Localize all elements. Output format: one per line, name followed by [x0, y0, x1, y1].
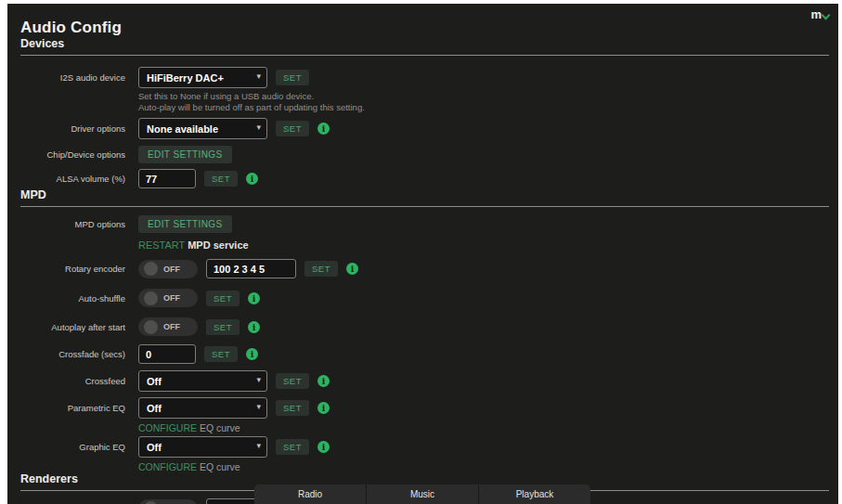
row-alsa-volume: ALSA volume (%) SET i	[20, 169, 829, 188]
autoplay-label: Autoplay after start	[20, 322, 138, 332]
crossfeed-set-button[interactable]: SET	[276, 373, 309, 389]
rotary-set-button[interactable]: SET	[304, 261, 338, 277]
rotary-encoder-input[interactable]	[206, 259, 296, 278]
toggle-state-label: OFF	[163, 293, 180, 303]
crossfeed-label: Crossfeed	[20, 376, 138, 386]
row-autoplay-after-start: Autoplay after start OFF SET i	[20, 317, 829, 336]
autoplay-set-button[interactable]: SET	[206, 319, 240, 335]
row-auto-shuffle: Auto-shuffle OFF SET i	[20, 289, 829, 307]
parametric-eq-label: Parametric EQ	[20, 403, 138, 413]
graphic-eq-label: Graphic EQ	[20, 442, 138, 452]
toggle-knob	[144, 320, 158, 334]
row-driver-options: Driver options None available SET i	[20, 118, 829, 139]
page-title: Audio Config	[20, 19, 829, 37]
parametric-eq-configure-line: CONFIGURE EQ curve	[138, 422, 829, 433]
footer-tab-bar: Radio Music Playback	[254, 485, 590, 504]
crossfeed-info-icon[interactable]: i	[317, 375, 330, 387]
autoplay-info-icon[interactable]: i	[248, 321, 260, 333]
alsa-info-icon[interactable]: i	[246, 173, 258, 185]
chevron-down-icon	[823, 12, 829, 19]
row-crossfade: Crossfade (secs) SET i	[20, 344, 829, 364]
i2s-audio-device-label: I2S audio device	[20, 72, 138, 83]
tab-playback[interactable]: Playback	[478, 485, 590, 504]
graphic-eq-info-icon[interactable]: i	[317, 441, 330, 453]
auto-shuffle-info-icon[interactable]: i	[248, 292, 260, 304]
i2s-set-button[interactable]: SET	[276, 70, 309, 85]
autoplay-toggle[interactable]: OFF	[138, 317, 198, 336]
driver-options-select[interactable]: None available	[138, 118, 267, 139]
tab-music[interactable]: Music	[366, 485, 478, 504]
mpd-edit-settings-button[interactable]: EDIT SETTINGS	[138, 215, 232, 233]
i2s-help-line-2: Auto-play will be turned off as part of …	[138, 102, 829, 113]
restart-mpd-text: MPD service	[188, 239, 248, 251]
restart-mpd-line: RESTART MPD service	[138, 239, 829, 251]
crossfade-label: Crossfade (secs)	[20, 349, 138, 359]
parametric-eq-info-icon[interactable]: i	[317, 402, 330, 414]
chip-device-options-label: Chip/Device options	[20, 149, 138, 160]
toggle-state-label: OFF	[163, 322, 180, 331]
rotary-encoder-toggle[interactable]: OFF	[138, 260, 198, 278]
graphic-eq-configure-line: CONFIGURE EQ curve	[138, 461, 829, 472]
crossfade-set-button[interactable]: SET	[204, 346, 238, 362]
rotary-encoder-label: Rotary encoder	[20, 264, 138, 274]
parametric-eq-set-button[interactable]: SET	[276, 400, 309, 416]
row-i2s-audio-device: I2S audio device HiFiBerry DAC+ SET	[20, 67, 829, 88]
driver-options-label: Driver options	[20, 123, 138, 134]
driver-set-button[interactable]: SET	[276, 121, 309, 136]
row-parametric-eq: Parametric EQ Off SET i	[20, 397, 829, 419]
rotary-info-icon[interactable]: i	[346, 263, 358, 275]
auto-shuffle-label: Auto-shuffle	[20, 293, 138, 304]
row-rotary-encoder: Rotary encoder OFF SET i	[20, 259, 829, 278]
crossfade-input[interactable]	[138, 344, 196, 364]
toggle-knob	[144, 262, 158, 276]
toggle-state-label: OFF	[163, 265, 180, 274]
parametric-eq-configure-text: EQ curve	[200, 422, 240, 433]
i2s-audio-device-select[interactable]: HiFiBerry DAC+	[138, 67, 267, 88]
auto-shuffle-toggle[interactable]: OFF	[138, 289, 198, 307]
crossfeed-select[interactable]: Off	[138, 370, 267, 392]
tab-radio[interactable]: Radio	[254, 485, 366, 504]
section-header-mpd: MPD	[20, 188, 829, 207]
chip-edit-settings-button[interactable]: EDIT SETTINGS	[138, 146, 232, 163]
alsa-volume-label: ALSA volume (%)	[20, 174, 138, 184]
alsa-set-button[interactable]: SET	[204, 171, 238, 187]
mpd-options-label: MPD options	[20, 219, 138, 229]
section-header-devices: Devices	[20, 37, 829, 56]
row-crossfeed: Crossfeed Off SET i	[20, 370, 829, 392]
driver-info-icon[interactable]: i	[317, 123, 330, 135]
i2s-help-line-1: Set this to None if using a USB audio de…	[138, 91, 829, 102]
auto-shuffle-set-button[interactable]: SET	[206, 291, 240, 306]
graphic-eq-configure-link[interactable]: CONFIGURE	[138, 461, 197, 472]
graphic-eq-set-button[interactable]: SET	[276, 439, 309, 455]
crossfade-info-icon[interactable]: i	[246, 348, 258, 360]
row-mpd-options: MPD options EDIT SETTINGS	[20, 215, 829, 233]
alsa-volume-input[interactable]	[138, 169, 196, 188]
audio-config-panel: m Audio Config Devices I2S audio device …	[7, 4, 838, 504]
parametric-eq-configure-link[interactable]: CONFIGURE	[138, 422, 197, 433]
toggle-knob	[144, 291, 158, 305]
bluetooth-toggle[interactable]: OFF	[138, 499, 198, 504]
row-chip-device-options: Chip/Device options EDIT SETTINGS	[20, 146, 829, 163]
restart-mpd-link[interactable]: RESTART	[138, 239, 185, 251]
row-graphic-eq: Graphic EQ Off SET i	[20, 436, 829, 458]
graphic-eq-select[interactable]: Off	[138, 436, 267, 458]
graphic-eq-configure-text: EQ curve	[200, 461, 240, 472]
parametric-eq-select[interactable]: Off	[138, 397, 267, 419]
